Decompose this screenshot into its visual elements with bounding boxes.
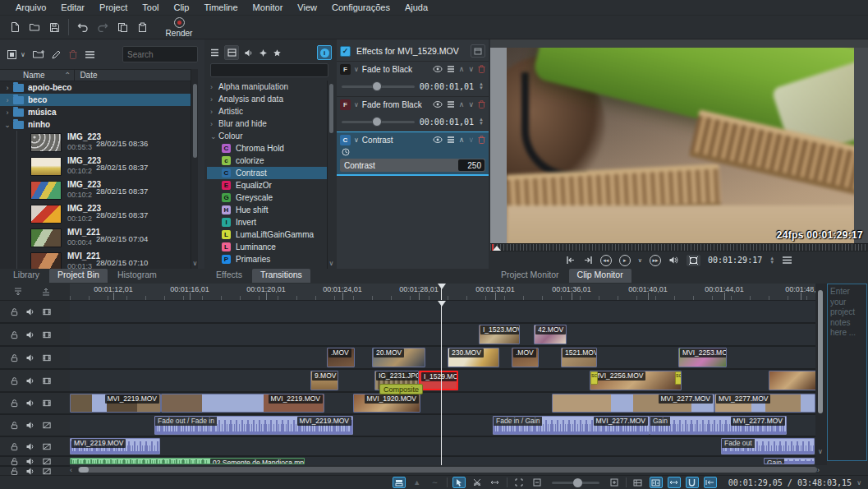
snap-icon[interactable] (686, 477, 699, 488)
timeline-horizontal-scrollbar[interactable]: ‹ › (70, 465, 825, 474)
lock-track-icon[interactable] (10, 421, 19, 430)
effect-fade-to-black[interactable]: F ∨ Fade to Black ∧ ∨ 00:00:01,01 ▲▼ (337, 61, 489, 96)
collapse-icon[interactable]: ∨ (354, 101, 359, 108)
composite-transition[interactable]: Composite (379, 384, 423, 394)
lock-track-icon[interactable] (10, 457, 19, 466)
show-effect-icon[interactable] (433, 136, 443, 143)
show-effect-icon[interactable] (433, 101, 443, 108)
expander-icon[interactable]: ⌄ (3, 121, 11, 129)
timeline-clip[interactable]: I_1523.MOV (479, 325, 520, 344)
tab-project-monitor[interactable]: Project Monitor (493, 269, 567, 283)
play-options-icon[interactable]: ∨ (638, 257, 642, 264)
delete-effect-icon[interactable] (478, 100, 485, 108)
monitor-audio-icon[interactable] (668, 256, 679, 265)
timeline-clip[interactable]: 230.MOV (448, 348, 499, 367)
effect-search-input[interactable] (210, 63, 328, 77)
menu-editar[interactable]: Editar (53, 1, 92, 14)
timeline-clip[interactable]: MVI_2219.MOV (161, 394, 324, 413)
clip-fx-badge[interactable]: Fade out / Fade in (155, 417, 217, 426)
redo-icon[interactable] (93, 18, 113, 36)
selection-tool-icon[interactable] (452, 477, 466, 488)
timeline-clip[interactable]: 20.MOV (372, 348, 425, 367)
project-notes-input[interactable]: Enter your project notes here ... (827, 284, 867, 461)
expander-icon[interactable]: › (3, 108, 11, 117)
bin-scrollbar[interactable]: ∨ (191, 69, 198, 269)
effect-item[interactable]: C Contrast (207, 167, 327, 179)
spinbox-arrows[interactable]: ▲▼ (479, 118, 484, 126)
timeline-vertical-scrollbar[interactable]: ∨ (815, 284, 825, 465)
menu-clip[interactable]: Clip (166, 1, 196, 14)
clip-fx-badge[interactable]: Fade in / Gain (494, 417, 542, 426)
menu-monitor[interactable]: Monitor (246, 1, 291, 14)
move-effect-down-icon[interactable]: ∨ (468, 65, 474, 73)
monitor-seek-ruler[interactable] (490, 243, 868, 251)
timeline-zoom-slider[interactable] (552, 482, 599, 484)
delete-effect-icon[interactable] (478, 136, 485, 144)
insert-edit-mode-icon[interactable]: ∼ (429, 477, 442, 488)
timeline-clip[interactable]: 9.MOV (310, 371, 338, 390)
fade-duration-value[interactable]: 00:00:01,01 (420, 82, 474, 91)
timecode-spin-arrows[interactable]: ▲▼ (769, 256, 774, 265)
timeline-clip[interactable]: 42.MOV (534, 325, 567, 344)
create-folder-icon[interactable] (32, 49, 44, 59)
save-document-icon[interactable] (44, 18, 64, 36)
collapse-icon[interactable]: ∨ (354, 66, 359, 73)
tab-clip-monitor[interactable]: Clip Monitor (569, 269, 631, 283)
mute-track-icon[interactable] (25, 457, 35, 466)
track-lane[interactable]: I_1523.MOV42.MOV (70, 324, 815, 347)
hide-track-icon[interactable] (42, 376, 52, 385)
expander-icon[interactable]: › (3, 84, 11, 92)
bin-clip[interactable]: MVI_221 00:01:3 28/02/15 07:10 (16, 250, 191, 269)
fade-duration-slider[interactable] (342, 121, 415, 123)
bin-folder-beco[interactable]: › beco (0, 94, 191, 106)
razor-tool-icon[interactable] (471, 477, 484, 488)
monitor-timecode[interactable]: 00:01:29:17 (708, 256, 762, 265)
clip-marker[interactable]: sc (590, 371, 598, 385)
fit-zoom-icon[interactable] (512, 477, 526, 488)
bin-search-input[interactable] (122, 46, 198, 62)
timeline-clip[interactable]: MVI_1920.MOV (353, 394, 420, 413)
bin-clip[interactable]: IMG_223 00:10:2 28/02/15 08:37 (16, 155, 191, 178)
audio-track-icon[interactable] (42, 421, 52, 430)
menu-configurações[interactable]: Configurações (324, 1, 397, 14)
mute-track-icon[interactable] (25, 467, 35, 476)
column-name[interactable]: Name (0, 70, 64, 81)
menu-tool[interactable]: Tool (135, 1, 166, 14)
bin-clip[interactable]: MVI_221 00:00:4 28/02/15 07:04 (16, 226, 191, 250)
effect-menu-icon[interactable] (447, 136, 455, 143)
bin-menu-icon[interactable] (85, 50, 95, 59)
audio-effects-icon[interactable] (244, 48, 254, 58)
set-zone-in-icon[interactable] (566, 256, 576, 265)
bin-clip[interactable]: IMG_223 00:55:3 28/02/15 08:36 (16, 131, 191, 155)
menu-ajuda[interactable]: Ajuda (397, 1, 435, 14)
bin-folder-música[interactable]: › música (0, 106, 191, 118)
move-effect-up-icon[interactable]: ∧ (459, 65, 465, 73)
effect-category[interactable]: Analysis and data (207, 93, 327, 105)
mute-track-icon[interactable] (25, 399, 35, 408)
effect-fade-from-black[interactable]: F ∨ Fade from Black ∧ ∨ 00:00:01,01 ▲▼ (337, 96, 489, 131)
effect-category[interactable]: Colour (207, 130, 327, 142)
normal-edit-mode-icon[interactable] (393, 477, 406, 488)
effect-item[interactable]: G Greyscale (207, 191, 327, 204)
undo-icon[interactable] (73, 18, 93, 36)
tab-project-bin[interactable]: Project Bin (49, 269, 108, 283)
timeline-clip[interactable]: MVI_2256.MOVscsc (590, 371, 682, 390)
rewind-icon[interactable]: ◂◂ (600, 255, 612, 266)
timeline-clip[interactable]: .MOV (512, 348, 539, 367)
zoom-out-icon[interactable] (530, 477, 544, 488)
open-document-icon[interactable] (25, 18, 44, 36)
hide-track-icon[interactable] (42, 399, 52, 408)
spacer-tool-icon[interactable] (489, 477, 502, 488)
effect-item[interactable]: c colorize (207, 155, 327, 167)
zoom-in-icon[interactable] (608, 477, 621, 488)
add-clip-icon[interactable] (7, 49, 18, 60)
mute-track-icon[interactable] (25, 307, 35, 316)
keyframe-clock-icon[interactable] (342, 148, 350, 156)
bin-column-header[interactable]: Name ⌃ Date (0, 69, 191, 81)
extract-zone-from-timeline-icon[interactable] (41, 287, 51, 297)
new-document-icon[interactable] (5, 18, 25, 36)
effect-list-scrollbar[interactable]: ∨ (327, 81, 334, 269)
lock-track-icon[interactable] (10, 307, 19, 316)
lock-track-icon[interactable] (10, 376, 19, 385)
show-effect-description-button[interactable]: i (317, 45, 332, 60)
